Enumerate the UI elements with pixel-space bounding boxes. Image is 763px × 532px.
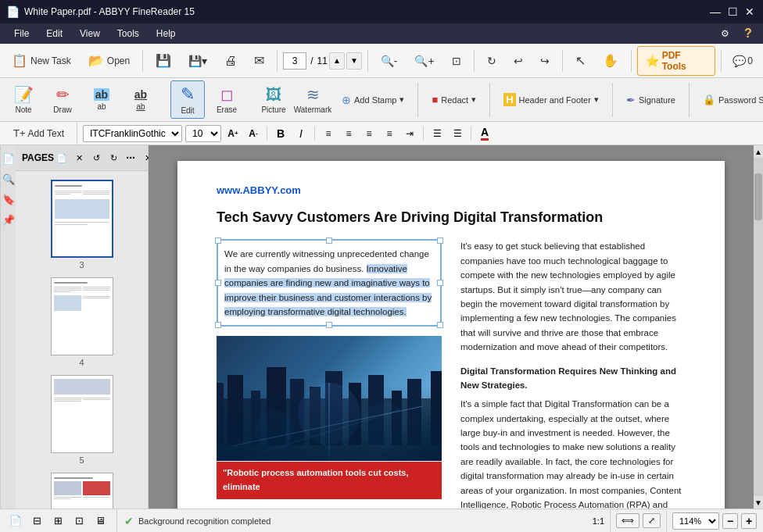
page-prev-button[interactable]: ▲	[329, 52, 345, 70]
pages-icon[interactable]: 📄	[2, 152, 16, 166]
search-icon[interactable]: 🔍	[2, 172, 16, 186]
handle-bottom-mid[interactable]	[326, 322, 332, 328]
split-v-btn[interactable]: ⊞	[48, 512, 67, 530]
zoom-out-button[interactable]: 🔍-	[374, 51, 405, 71]
save-dropdown-button[interactable]: 💾▾	[181, 51, 214, 71]
sidebar-new-icon[interactable]: 📄	[54, 150, 70, 166]
menu-edit[interactable]: Edit	[38, 26, 70, 41]
merge-btn[interactable]: ⊡	[70, 512, 88, 530]
decrease-font-button[interactable]: A-	[245, 125, 262, 142]
align-center-button[interactable]: ≡	[340, 125, 357, 142]
help-icon[interactable]: ?	[740, 25, 757, 42]
undo-button[interactable]: ↩	[507, 51, 530, 71]
note-tool[interactable]: 📝 Note	[6, 81, 41, 118]
page-thumb-4[interactable]: 4	[19, 275, 145, 370]
separator-1	[142, 50, 143, 72]
print-button[interactable]: 🖨	[217, 50, 244, 72]
gear-icon[interactable]: ⚙	[716, 25, 733, 42]
email-button[interactable]: ✉	[247, 49, 271, 72]
header-footer-button[interactable]: H Header and Footer ▾	[496, 89, 606, 110]
signature-button[interactable]: ✒ Signature	[619, 90, 682, 110]
zoom-level-select[interactable]: 114%	[672, 512, 719, 530]
scroll-up-arrow[interactable]: ▲	[754, 145, 763, 158]
monitor-btn[interactable]: 🖥	[91, 512, 109, 530]
split-h-btn[interactable]: ⊟	[27, 512, 46, 530]
zoom-in-button[interactable]: 🔍+	[407, 51, 441, 71]
sidebar-rotate-left-icon[interactable]: ↺	[88, 150, 104, 166]
sidebar-rotate-right-icon[interactable]: ↻	[106, 150, 121, 166]
bullet-list-button[interactable]: ☰	[428, 125, 446, 142]
scroll-thumb[interactable]	[754, 173, 762, 220]
hand-tool[interactable]: ✋	[596, 49, 625, 72]
picture-label: Picture	[261, 105, 285, 114]
highlight-tool2[interactable]: ab ab	[124, 84, 158, 115]
add-text-label: Add Text	[28, 128, 64, 139]
draw-tool[interactable]: ✏ Draw	[45, 81, 80, 118]
open-button[interactable]: 📂 Open	[81, 49, 137, 72]
cursor-tool[interactable]: ↖	[568, 49, 593, 72]
add-text-button[interactable]: T+ Add Text	[6, 125, 71, 141]
scroll-track[interactable]	[754, 158, 763, 496]
picture-tool[interactable]: 🖼 Picture	[256, 82, 291, 118]
redo-button[interactable]: ↪	[533, 51, 557, 71]
fit-page-button[interactable]: ⤢	[643, 513, 661, 528]
handle-bottom-right[interactable]	[437, 322, 443, 328]
sidebar-delete-icon[interactable]: ✕	[71, 150, 87, 166]
font-family-select[interactable]: ITCFranklinGothic	[83, 125, 182, 142]
watermark-tool[interactable]: ≋ Watermark	[296, 81, 330, 118]
save-button[interactable]: 💾	[149, 49, 178, 72]
page-next-button[interactable]: ▼	[346, 52, 362, 70]
document-view[interactable]: www.ABBYY.com Tech Savvy Customers Are D…	[149, 145, 754, 509]
scroll-down-arrow[interactable]: ▼	[754, 496, 763, 509]
maximize-button[interactable]: ☐	[725, 5, 740, 19]
erase-tool[interactable]: ◻ Erase	[210, 81, 244, 118]
align-left-button[interactable]: ≡	[320, 125, 337, 142]
menu-view[interactable]: View	[72, 26, 108, 41]
zoom-out-btn[interactable]: −	[722, 513, 738, 529]
bold-button[interactable]: B	[272, 125, 289, 142]
redact-button[interactable]: ■ Redact ▾	[424, 90, 483, 109]
zoom-in-btn[interactable]: +	[741, 513, 757, 529]
new-task-button[interactable]: 📋 New Task	[5, 49, 78, 72]
highlight-tool1[interactable]: ab ab	[84, 84, 119, 115]
increase-font-button[interactable]: A+	[224, 125, 242, 142]
indent-button[interactable]: ⇥	[401, 125, 418, 142]
text-color-button[interactable]: A	[476, 125, 493, 142]
menu-help[interactable]: Help	[149, 26, 184, 41]
handle-top-left[interactable]	[215, 237, 221, 244]
handle-mid-left[interactable]	[215, 280, 221, 286]
vertical-scrollbar[interactable]: ▲ ▼	[754, 145, 763, 509]
menu-file[interactable]: File	[6, 26, 37, 41]
rotate-cw-button[interactable]: ↻	[480, 51, 503, 71]
menu-tools[interactable]: Tools	[109, 26, 147, 41]
right-col-para2: It's a simple fact that Digital Transfor…	[460, 397, 686, 509]
password-security-button[interactable]: 🔒 Password Security	[696, 90, 763, 109]
close-button[interactable]: ✕	[743, 5, 757, 19]
edit-tool[interactable]: ✎ Edit	[170, 80, 205, 119]
handle-mid-right[interactable]	[437, 280, 443, 286]
align-justify-button[interactable]: ≡	[381, 125, 398, 142]
italic-button[interactable]: I	[292, 125, 310, 142]
minimize-button[interactable]: —	[708, 5, 722, 19]
edit-icon: ✎	[181, 84, 195, 105]
bookmark-icon[interactable]: 🔖	[2, 192, 16, 206]
page-thumb-6[interactable]: 6	[19, 470, 145, 509]
add-stamp-button[interactable]: ⊕ Add Stamp ▾	[335, 90, 411, 110]
new-page-btn[interactable]: 📄	[6, 512, 25, 530]
handle-top-right[interactable]	[437, 237, 443, 244]
handle-top-mid[interactable]	[326, 237, 332, 244]
fit-width-button[interactable]: ⟺	[616, 513, 639, 528]
comments-button[interactable]: 💬 0	[727, 51, 758, 71]
handle-bottom-left[interactable]	[215, 322, 221, 328]
page-thumb-3[interactable]: 3	[19, 177, 145, 272]
annotation-icon[interactable]: 📌	[2, 212, 16, 227]
page-thumb-5[interactable]: 5	[19, 373, 145, 467]
pdf-tools-button[interactable]: ⭐ PDF Tools	[637, 46, 716, 76]
page-input[interactable]	[283, 52, 306, 70]
text-box-selection[interactable]: We are currently witnessing unprecedente…	[217, 239, 442, 327]
align-right-button[interactable]: ≡	[360, 125, 378, 142]
numbered-list-button[interactable]: ☰	[449, 125, 466, 142]
font-size-select[interactable]: 10	[185, 125, 221, 142]
zoom-fit-button[interactable]: ⊡	[445, 51, 468, 71]
sidebar-more-icon[interactable]: ···	[123, 150, 138, 166]
